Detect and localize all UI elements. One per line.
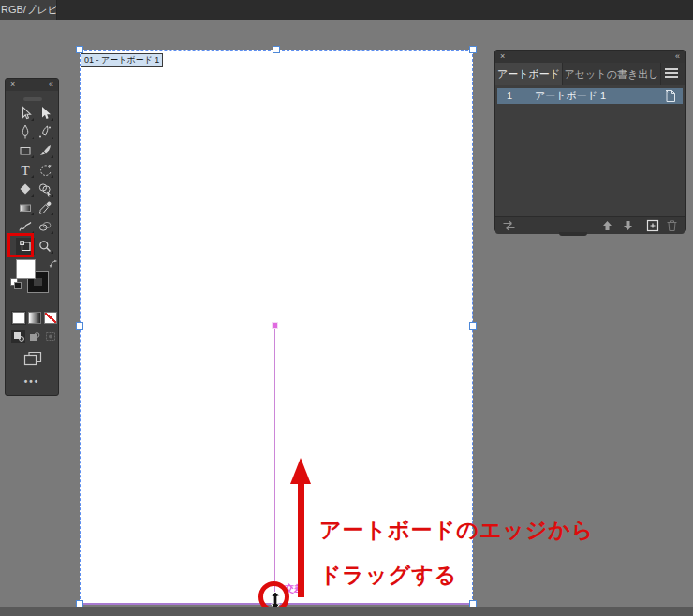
panel-tab-bar: アートボード アセットの書き出し (495, 63, 685, 85)
artboard-handle[interactable] (273, 46, 280, 53)
tool-zoom[interactable] (36, 238, 54, 255)
close-icon[interactable]: × (10, 79, 15, 91)
curvature-icon (37, 125, 52, 139)
tool-selection[interactable] (16, 105, 35, 122)
move-up-icon[interactable] (601, 220, 613, 231)
tool-pen[interactable] (16, 124, 35, 140)
tool-eyedropper[interactable] (36, 199, 54, 216)
annotation-tool-highlight-box (7, 233, 34, 257)
annotation-arrow-head (290, 458, 311, 484)
delete-artboard-icon[interactable] (666, 219, 678, 232)
rotate-icon (37, 163, 52, 178)
tool-rectangle[interactable] (16, 142, 35, 159)
paintbrush-icon (37, 143, 52, 158)
pencil-squiggle-icon (18, 219, 33, 234)
annotation-text-line1: アートボードのエッジから (319, 516, 594, 545)
default-fill-stroke-icon[interactable] (14, 282, 22, 289)
panel-drag-grip[interactable] (23, 97, 42, 101)
tab-artboards[interactable]: アートボード (495, 63, 562, 85)
artboards-panel-footer (495, 216, 685, 234)
tool-curvature[interactable] (36, 124, 54, 140)
tool-symbol[interactable] (36, 218, 54, 235)
screen-mode-icon[interactable] (23, 351, 42, 367)
color-mode-button[interactable] (12, 312, 25, 324)
tab-asset-export[interactable]: アセットの書き出し (562, 63, 661, 85)
artboard-list-row[interactable]: 1 アートボード 1 (497, 88, 683, 104)
tools-panel-header: × « (6, 79, 58, 91)
title-bar: RGB/プレビュー) (0, 0, 693, 20)
eyedropper-icon (37, 200, 52, 215)
draw-inside-icon (45, 331, 56, 342)
artboards-panel: × « アートボード アセットの書き出し 1 アートボード 1 (494, 50, 686, 232)
none-mode-button[interactable] (44, 312, 57, 324)
tool-rotate[interactable] (36, 162, 54, 179)
edit-toolbar-more-icon[interactable]: ••• (6, 376, 58, 387)
zoom-icon (37, 239, 52, 254)
collapse-icon[interactable]: « (675, 51, 680, 63)
smart-guide-line (274, 326, 275, 603)
rectangle-icon (18, 143, 33, 158)
artboard-row-name[interactable]: アートボード 1 (535, 88, 606, 104)
artboards-panel-header: × « (495, 51, 685, 63)
annotation-text-line2: ドラッグする (319, 561, 457, 590)
draw-normal-icon (13, 331, 24, 342)
swap-fill-stroke-icon[interactable] (49, 259, 59, 270)
draw-normal-button[interactable] (11, 330, 25, 343)
document-tab[interactable]: RGB/プレビュー) (0, 0, 57, 20)
tool-paintbrush[interactable] (36, 142, 54, 159)
tool-shape-builder[interactable] (36, 181, 54, 198)
smart-guide-anchor (272, 322, 278, 329)
rearrange-artboards-icon[interactable] (502, 220, 516, 231)
tool-direct-selection[interactable] (36, 105, 54, 122)
collapse-icon[interactable]: « (49, 79, 53, 91)
panel-menu-icon[interactable] (665, 66, 678, 80)
pen-icon (18, 125, 33, 139)
artboard-handle[interactable] (469, 46, 477, 53)
draw-behind-button[interactable] (27, 330, 41, 343)
draw-inside-button[interactable] (43, 330, 57, 343)
fill-color-swatch[interactable] (16, 259, 36, 279)
tool-gradient[interactable] (16, 199, 35, 216)
tool-type[interactable]: T (16, 162, 35, 179)
gradient-icon (18, 200, 33, 215)
gradient-mode-button[interactable] (28, 312, 41, 324)
artboard-page-icon[interactable] (665, 89, 676, 103)
artboard-handle[interactable] (469, 322, 477, 330)
close-icon[interactable]: × (500, 51, 505, 63)
direct-selection-icon (37, 106, 52, 121)
symbol-icon (37, 219, 52, 234)
type-icon: T (21, 164, 29, 177)
new-artboard-icon[interactable] (646, 219, 659, 232)
artboard-name-label: 01 - アートボード 1 (81, 53, 163, 67)
selection-icon (18, 106, 33, 121)
annotation-arrow (298, 483, 304, 597)
draw-behind-icon (29, 331, 40, 342)
shape-builder-icon (37, 182, 52, 197)
artboard-handle[interactable] (76, 46, 83, 53)
tool-eraser[interactable] (16, 181, 35, 198)
panel-resize-grip[interactable] (559, 232, 587, 236)
artboard-row-number: 1 (507, 88, 512, 104)
artboard-handle[interactable] (76, 322, 83, 330)
eraser-icon (18, 182, 33, 197)
move-down-icon[interactable] (622, 220, 634, 231)
window-bottom-edge (0, 607, 693, 616)
